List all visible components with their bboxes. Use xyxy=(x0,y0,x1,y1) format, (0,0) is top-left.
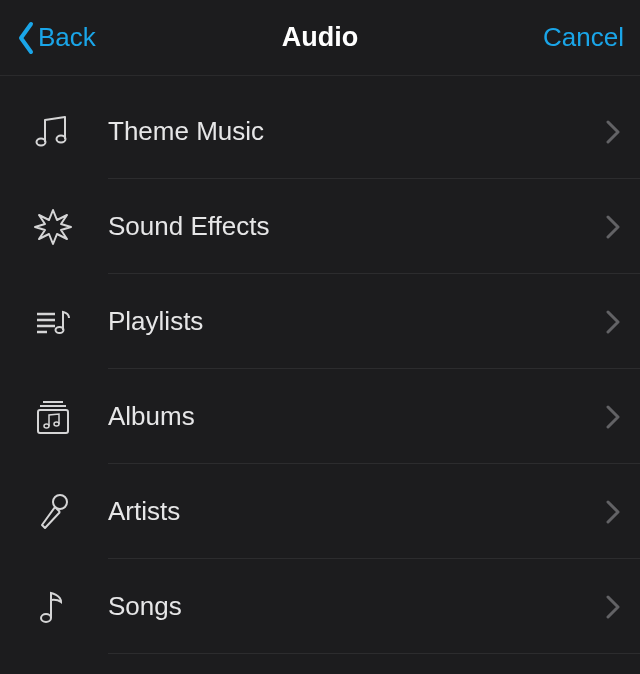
back-label: Back xyxy=(38,22,96,53)
svg-point-12 xyxy=(54,422,59,426)
navbar: Back Audio Cancel xyxy=(0,0,640,76)
row-playlists[interactable]: Playlists xyxy=(0,274,640,369)
cancel-button[interactable]: Cancel xyxy=(543,22,624,53)
playlist-icon xyxy=(28,297,78,347)
chevron-right-icon xyxy=(606,500,620,524)
svg-marker-2 xyxy=(35,210,71,244)
row-artists[interactable]: Artists xyxy=(0,464,640,559)
chevron-left-icon xyxy=(16,21,36,55)
row-label: Playlists xyxy=(108,306,606,337)
svg-rect-10 xyxy=(38,410,68,433)
row-label: Albums xyxy=(108,401,606,432)
row-songs[interactable]: Songs xyxy=(0,559,640,654)
svg-point-13 xyxy=(53,495,67,509)
chevron-right-icon xyxy=(606,120,620,144)
music-note-icon xyxy=(28,107,78,157)
page-title: Audio xyxy=(282,22,358,53)
row-sound-effects[interactable]: Sound Effects xyxy=(0,179,640,274)
burst-icon xyxy=(28,202,78,252)
row-label: Theme Music xyxy=(108,116,606,147)
row-albums[interactable]: Albums xyxy=(0,369,640,464)
chevron-right-icon xyxy=(606,595,620,619)
chevron-right-icon xyxy=(606,215,620,239)
microphone-icon xyxy=(28,487,78,537)
back-button[interactable]: Back xyxy=(16,21,96,55)
single-note-icon xyxy=(28,582,78,632)
chevron-right-icon xyxy=(606,310,620,334)
svg-point-15 xyxy=(41,614,51,622)
row-label: Songs xyxy=(108,591,606,622)
album-icon xyxy=(28,392,78,442)
row-theme-music[interactable]: Theme Music xyxy=(0,84,640,179)
row-label: Artists xyxy=(108,496,606,527)
audio-list: Theme Music Sound Effects Playlis xyxy=(0,76,640,654)
svg-point-11 xyxy=(44,424,49,428)
chevron-right-icon xyxy=(606,405,620,429)
row-label: Sound Effects xyxy=(108,211,606,242)
